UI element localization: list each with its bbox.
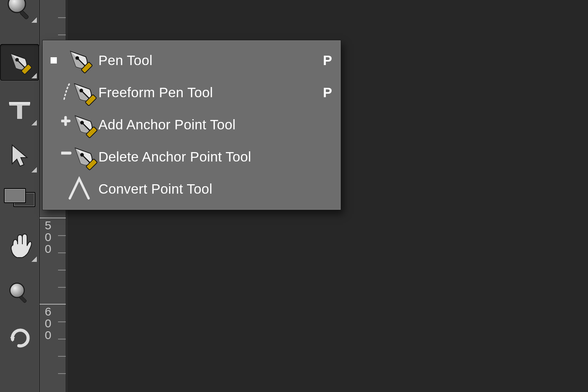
ruler-tick-minor — [58, 321, 66, 322]
tool-slot-magnifier-partial[interactable] — [0, 0, 39, 25]
tool-slot-pen[interactable] — [0, 44, 39, 81]
svg-rect-7 — [19, 295, 27, 303]
flyout-item-label: Add Anchor Point Tool — [98, 117, 316, 132]
tool-slot-zoom[interactable] — [0, 274, 39, 311]
flyout-item-pen-tool[interactable]: Pen Tool P — [43, 44, 341, 76]
svg-point-0 — [8, 0, 25, 13]
flyout-indicator-icon — [31, 73, 37, 78]
flyout-item-label: Convert Point Tool — [98, 181, 316, 197]
ruler-label-600-b: 0 — [45, 318, 52, 329]
flyout-item-freeform-pen-tool[interactable]: Freeform Pen Tool P — [43, 76, 341, 109]
flyout-indicator-icon — [31, 167, 37, 172]
delete-anchor-icon — [61, 143, 98, 171]
ruler-label-600-c: 0 — [45, 329, 52, 341]
ruler-tick-minor — [58, 356, 66, 357]
ruler-label-600: 6 0 0 — [42, 306, 54, 341]
ruler-tick-minor — [58, 34, 66, 35]
flyout-item-delete-anchor[interactable]: Delete Anchor Point Tool — [43, 141, 341, 173]
tool-slot-rotate-view[interactable] — [0, 319, 39, 356]
svg-rect-1 — [20, 10, 29, 20]
flyout-indicator-icon — [31, 256, 37, 262]
ruler-label-500-a: 5 — [45, 220, 52, 231]
selected-marker — [47, 57, 61, 64]
flyout-item-convert-point[interactable]: Convert Point Tool — [43, 173, 341, 205]
ruler-tick-minor — [58, 287, 66, 288]
convert-point-icon — [61, 175, 98, 203]
ruler-label-500-b: 0 — [45, 231, 52, 243]
tool-slot-hand[interactable] — [0, 227, 39, 264]
tools-panel — [0, 0, 40, 392]
freeform-pen-icon — [61, 78, 98, 107]
tool-slot-type[interactable] — [0, 91, 39, 128]
ruler-tick-minor — [58, 339, 66, 339]
ruler-tick-minor — [58, 252, 66, 253]
flyout-item-shortcut: P — [316, 53, 332, 68]
ruler-tick-minor — [58, 270, 66, 270]
magnifier-icon — [0, 274, 39, 311]
ruler-tick-major — [39, 218, 66, 218]
ruler-label-500-c: 0 — [45, 243, 52, 255]
ruler-label-500: 5 0 0 — [42, 220, 54, 255]
rotate-icon — [0, 319, 39, 356]
flyout-item-add-anchor[interactable]: Add Anchor Point Tool — [43, 109, 341, 141]
color-swatch[interactable] — [4, 188, 35, 206]
foreground-color-swatch[interactable] — [4, 188, 26, 203]
ruler-label-600-a: 6 — [45, 306, 52, 318]
flyout-indicator-icon — [31, 120, 37, 125]
svg-rect-5 — [9, 102, 30, 104]
selected-marker-icon — [51, 57, 57, 64]
ruler-tick-minor — [58, 17, 66, 18]
flyout-item-label: Freeform Pen Tool — [98, 85, 316, 100]
tool-slot-path-select[interactable] — [0, 138, 39, 175]
ruler-tick-major — [39, 304, 66, 305]
add-anchor-icon — [61, 111, 98, 139]
svg-point-6 — [10, 283, 24, 298]
ruler-tick-minor — [58, 235, 66, 236]
pen-tool-flyout: Pen Tool P Freeform Pen Tool P — [42, 40, 341, 210]
pen-nib-icon — [61, 46, 98, 74]
flyout-item-label: Pen Tool — [98, 53, 316, 68]
ruler-tick-minor — [58, 373, 66, 374]
flyout-indicator-icon — [31, 17, 37, 23]
flyout-item-label: Delete Anchor Point Tool — [98, 149, 316, 165]
flyout-item-shortcut: P — [316, 85, 332, 100]
